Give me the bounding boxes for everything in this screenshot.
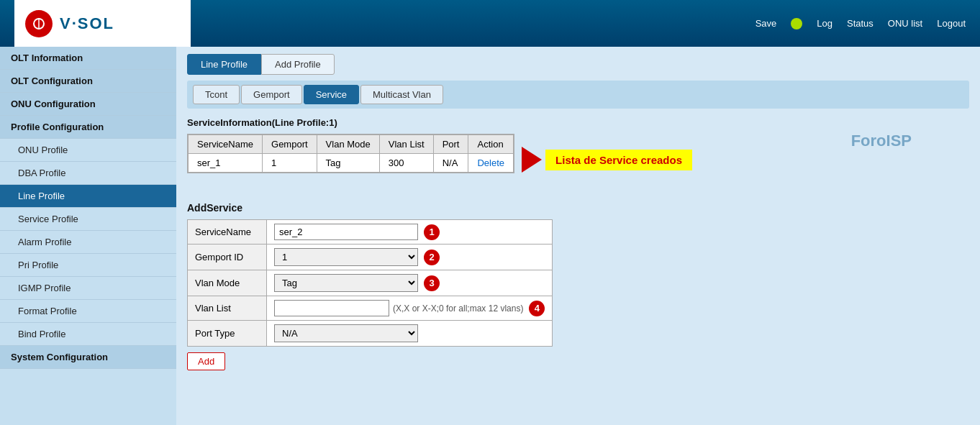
delete-link[interactable]: Delete — [477, 157, 504, 168]
sidebar-item-onu-config[interactable]: ONU Configuration — [0, 93, 176, 116]
sidebar-item-olt-info[interactable]: OLT Information — [0, 47, 176, 70]
tab-multicast-vlan[interactable]: Multicast Vlan — [360, 85, 443, 104]
form-row-service-name: ServiceName 1 — [188, 220, 553, 245]
col-port: Port — [433, 135, 468, 154]
label-service-name: ServiceName — [188, 220, 267, 245]
add-service-title: AddService — [187, 202, 969, 214]
badge-2: 2 — [424, 250, 440, 265]
save-button[interactable]: Save — [756, 18, 777, 29]
cell-gemport: 1 — [263, 154, 317, 173]
col-gemport: Gemport — [263, 135, 317, 154]
sub-tabs: Tcont Gemport Service Multicast Vlan — [187, 81, 969, 109]
tab-service[interactable]: Service — [304, 85, 359, 104]
vlan-mode-select[interactable]: Tag Transparent Translation — [274, 274, 418, 292]
vlan-list-field-row: (X,X or X-X;0 for all;max 12 vlans) 4 — [274, 300, 545, 316]
annotation-arrow — [522, 147, 542, 173]
col-service-name: ServiceName — [189, 135, 263, 154]
col-vlan-list: Vlan List — [379, 135, 433, 154]
header: V·SOL Save Log Status ONU list Logout — [0, 0, 980, 47]
badge-3: 3 — [424, 275, 440, 291]
table-row: ser_1 1 Tag 300 N/A Delete — [189, 154, 514, 173]
sidebar-item-igmp-profile[interactable]: IGMP Profile — [0, 277, 176, 300]
annotation-label: Lista de Service creados — [545, 150, 692, 170]
sidebar-item-profile-config[interactable]: Profile Configuration — [0, 116, 176, 139]
vlan-list-input[interactable] — [274, 300, 389, 316]
col-action: Action — [468, 135, 514, 154]
add-service-form: ServiceName 1 Gemport ID — [187, 219, 553, 347]
sidebar-item-alarm-profile[interactable]: Alarm Profile — [0, 231, 176, 254]
tab-tcont[interactable]: Tcont — [193, 85, 240, 104]
service-name-field-row: 1 — [274, 224, 545, 240]
form-row-port-type: Port Type N/A ETH VEIP — [188, 321, 553, 347]
port-type-select[interactable]: N/A ETH VEIP — [274, 324, 418, 342]
cell-service-name: ser_1 — [189, 154, 263, 173]
sidebar-item-bind-profile[interactable]: Bind Profile — [0, 323, 176, 346]
sidebar-item-system-config[interactable]: System Configuration — [0, 346, 176, 369]
vlan-mode-field-row: Tag Transparent Translation 3 — [274, 274, 545, 292]
sidebar-item-service-profile[interactable]: Service Profile — [0, 208, 176, 231]
sidebar-item-format-profile[interactable]: Format Profile — [0, 300, 176, 323]
form-row-vlan-list: Vlan List (X,X or X-X;0 for all;max 12 v… — [188, 296, 553, 321]
status-link[interactable]: Status — [847, 18, 874, 29]
gemport-id-select[interactable]: 1 2 3 4 — [274, 248, 418, 266]
label-port-type: Port Type — [188, 321, 267, 347]
sidebar: OLT Information OLT Configuration ONU Co… — [0, 47, 176, 425]
col-vlan-mode: Vlan Mode — [317, 135, 379, 154]
sidebar-item-dba-profile[interactable]: DBA Profile — [0, 162, 176, 185]
header-right: Save Log Status ONU list Logout — [756, 18, 966, 29]
sidebar-item-olt-config[interactable]: OLT Configuration — [0, 70, 176, 93]
vlan-list-hint: (X,X or X-X;0 for all;max 12 vlans) — [393, 303, 523, 314]
layout: OLT Information OLT Configuration ONU Co… — [0, 47, 980, 425]
add-button[interactable]: Add — [187, 352, 225, 370]
form-row-gemport: Gemport ID 1 2 3 4 2 — [188, 245, 553, 270]
log-link[interactable]: Log — [817, 18, 832, 29]
label-gemport-id: Gemport ID — [188, 245, 267, 270]
sidebar-item-onu-profile[interactable]: ONU Profile — [0, 139, 176, 162]
sidebar-item-pri-profile[interactable]: Pri Profile — [0, 254, 176, 277]
badge-4: 4 — [529, 301, 545, 316]
logo-area: V·SOL — [14, 0, 191, 47]
top-tabs: Line Profile Add Profile — [187, 54, 969, 75]
label-vlan-mode: Vlan Mode — [188, 270, 267, 296]
logout-link[interactable]: Logout — [937, 18, 966, 29]
service-table: ServiceName Gemport Vlan Mode Vlan List … — [188, 134, 514, 173]
onu-list-link[interactable]: ONU list — [888, 18, 922, 29]
form-row-vlan-mode: Vlan Mode Tag Transparent Translation 3 — [188, 270, 553, 296]
content-wrapper: ForoISP ServiceInformation(Line Profile:… — [187, 117, 969, 370]
badge-1: 1 — [424, 224, 440, 240]
cell-vlan-mode: Tag — [317, 154, 379, 173]
cell-port: N/A — [433, 154, 468, 173]
tab-gemport[interactable]: Gemport — [241, 85, 302, 104]
cell-vlan-list: 300 — [379, 154, 433, 173]
main-content: Line Profile Add Profile Tcont Gemport S… — [176, 47, 980, 425]
tab-line-profile[interactable]: Line Profile — [187, 54, 261, 75]
logo-icon — [25, 10, 53, 37]
status-indicator — [791, 18, 802, 29]
label-vlan-list: Vlan List — [188, 296, 267, 321]
gemport-field-row: 1 2 3 4 2 — [274, 248, 545, 266]
service-name-input[interactable] — [274, 224, 418, 240]
logo-text: V·SOL — [60, 14, 114, 33]
sidebar-item-line-profile[interactable]: Line Profile — [0, 185, 176, 208]
tab-add-profile[interactable]: Add Profile — [261, 54, 335, 75]
service-table-area: ServiceName Gemport Vlan Mode Vlan List … — [187, 134, 514, 173]
service-info-title: ServiceInformation(Line Profile:1) — [187, 117, 969, 128]
